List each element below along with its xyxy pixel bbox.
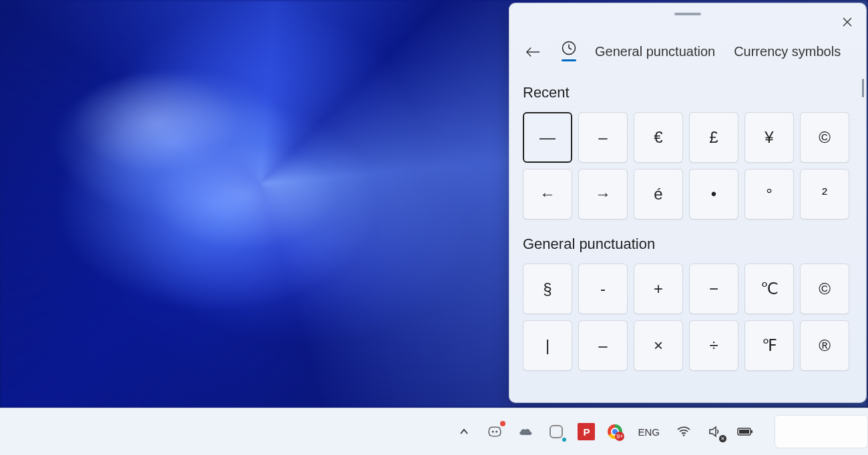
symbol-key[interactable]: °	[744, 169, 794, 219]
taskbar: P 9+ ENG ✕	[0, 408, 868, 455]
tray-battery[interactable]	[736, 422, 754, 441]
panel-drag-handle[interactable]	[674, 13, 701, 15]
cloud-icon	[517, 426, 533, 437]
tab-currency-symbols[interactable]: Currency symbols	[734, 44, 841, 59]
symbol-key[interactable]: £	[689, 112, 738, 163]
discord-icon	[487, 426, 502, 438]
notification-dot-icon	[500, 421, 505, 426]
back-arrow-icon	[525, 46, 540, 58]
symbol-picker-panel: General punctuation Currency symbols Rec…	[509, 3, 867, 403]
symbol-key[interactable]: -	[578, 264, 628, 314]
symbol-key[interactable]: ×	[634, 320, 683, 371]
general-punctuation-grid: §-+−℃©|–×÷℉®	[523, 264, 853, 371]
notification-badge: 9+	[615, 432, 624, 441]
battery-icon	[737, 427, 753, 436]
symbol-key[interactable]: +	[634, 264, 683, 314]
symbol-key[interactable]: é	[634, 169, 683, 219]
svg-rect-10	[739, 430, 749, 434]
close-icon	[843, 17, 852, 27]
taskbar-clock-area[interactable]	[775, 415, 868, 448]
symbol-key[interactable]: −	[689, 264, 738, 314]
svg-rect-11	[751, 430, 752, 433]
symbol-key[interactable]: –	[578, 320, 628, 371]
tray-p-app[interactable]: P	[578, 423, 595, 440]
symbol-key[interactable]: •	[689, 169, 738, 219]
section-title-recent: Recent	[523, 84, 853, 101]
panel-content: Recent —–€£¥©←→é•°² General punctuation …	[509, 69, 866, 402]
speaker-icon	[708, 426, 720, 438]
mute-indicator-icon: ✕	[719, 435, 726, 442]
svg-point-6	[492, 430, 494, 432]
symbol-key[interactable]: ←	[523, 169, 572, 219]
copilot-icon	[550, 425, 563, 438]
tray-copilot[interactable]	[547, 422, 566, 441]
status-dot-icon	[561, 436, 568, 443]
symbol-key[interactable]: ²	[800, 169, 849, 219]
clock-icon	[562, 41, 576, 55]
svg-line-5	[569, 48, 572, 49]
section-title-general-punctuation: General punctuation	[523, 236, 853, 253]
symbol-key[interactable]: ℃	[744, 264, 794, 314]
svg-point-7	[496, 430, 498, 432]
symbol-key[interactable]: ℉	[744, 320, 794, 371]
tray-overflow-button[interactable]	[455, 422, 473, 441]
symbol-key[interactable]: —	[523, 112, 572, 163]
symbol-key[interactable]: ©	[800, 112, 849, 163]
panel-tabs: General punctuation Currency symbols	[509, 21, 866, 69]
tab-general-punctuation[interactable]: General punctuation	[595, 44, 715, 59]
close-button[interactable]	[838, 13, 857, 31]
symbol-key[interactable]: ÷	[689, 320, 738, 371]
language-indicator[interactable]: ENG	[635, 422, 662, 441]
system-tray: P 9+ ENG ✕	[455, 415, 868, 448]
chevron-up-icon	[459, 427, 469, 436]
tray-discord[interactable]	[485, 422, 504, 441]
symbol-key[interactable]: –	[578, 112, 628, 163]
tab-active-indicator	[562, 59, 576, 61]
tray-wifi[interactable]	[674, 422, 693, 441]
symbol-key[interactable]: ®	[800, 320, 849, 371]
wifi-icon	[677, 426, 690, 437]
symbol-key[interactable]: §	[523, 264, 572, 314]
symbol-key[interactable]: ©	[800, 264, 849, 314]
tray-volume[interactable]: ✕	[705, 422, 724, 441]
symbol-key[interactable]: |	[523, 320, 572, 371]
tray-onedrive[interactable]	[516, 422, 535, 441]
symbol-key[interactable]: €	[634, 112, 683, 163]
back-button[interactable]	[523, 42, 543, 62]
tab-recent[interactable]	[562, 41, 576, 63]
svg-point-8	[683, 434, 685, 436]
recent-symbols-grid: —–€£¥©←→é•°²	[523, 112, 853, 219]
scrollbar-thumb[interactable]	[862, 79, 864, 97]
tray-chrome-app[interactable]: 9+	[607, 424, 623, 440]
symbol-key[interactable]: ¥	[744, 112, 794, 163]
symbol-key[interactable]: →	[578, 169, 628, 219]
